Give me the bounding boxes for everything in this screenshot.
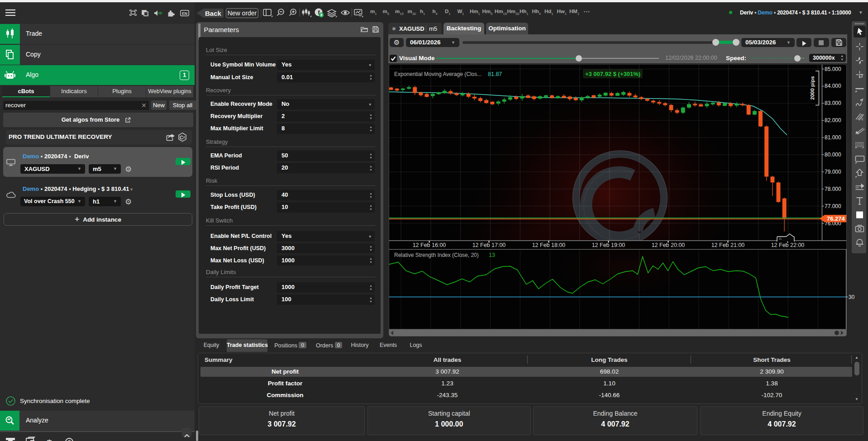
svg-text:77.000: 77.000: [825, 203, 841, 209]
svg-text:?: ?: [68, 439, 71, 441]
svg-text:84.000: 84.000: [825, 83, 841, 89]
svg-text:12 Feb 22:00: 12 Feb 22:00: [771, 242, 805, 248]
svg-text:12 Feb 20:00: 12 Feb 20:00: [652, 242, 685, 248]
svg-text:76.274: 76.274: [827, 215, 845, 222]
svg-text:85.000: 85.000: [825, 66, 841, 72]
svg-text:83.000: 83.000: [825, 100, 841, 106]
svg-text:81.000: 81.000: [825, 134, 841, 141]
svg-text:78.000: 78.000: [825, 185, 841, 192]
svg-text:12 Feb 16:00: 12 Feb 16:00: [413, 242, 446, 248]
svg-text:Exponential Moving Average (Cl: Exponential Moving Average (Clos...: [394, 71, 482, 77]
svg-text:13: 13: [489, 251, 495, 258]
svg-text:12 Feb 19:00: 12 Feb 19:00: [592, 242, 625, 248]
svg-text:F: F: [863, 146, 864, 149]
svg-text:12 Feb 17:00: 12 Feb 17:00: [472, 242, 506, 248]
svg-text:81.87: 81.87: [488, 71, 502, 77]
svg-text:12 Feb 18:00: 12 Feb 18:00: [532, 242, 566, 248]
svg-text:2000 pips: 2000 pips: [810, 76, 815, 100]
svg-text:80.000: 80.000: [825, 152, 841, 158]
svg-text:12 Feb 21:00: 12 Feb 21:00: [711, 242, 745, 248]
svg-text:8: 8: [320, 13, 323, 17]
svg-text:30: 30: [849, 294, 855, 300]
svg-text:⚙: ⚙: [358, 12, 362, 17]
svg-text:+3 007.92 $ (+301%): +3 007.92 $ (+301%): [585, 71, 640, 77]
svg-text:79.000: 79.000: [825, 168, 841, 175]
svg-text:C: C: [180, 135, 183, 140]
svg-text:#: #: [183, 135, 185, 138]
svg-text:82.000: 82.000: [825, 117, 841, 123]
svg-text:Relative Strength Index (Close: Relative Strength Index (Close, 20): [394, 251, 479, 258]
svg-text:EN: EN: [182, 11, 187, 15]
svg-text:E: E: [862, 118, 864, 121]
